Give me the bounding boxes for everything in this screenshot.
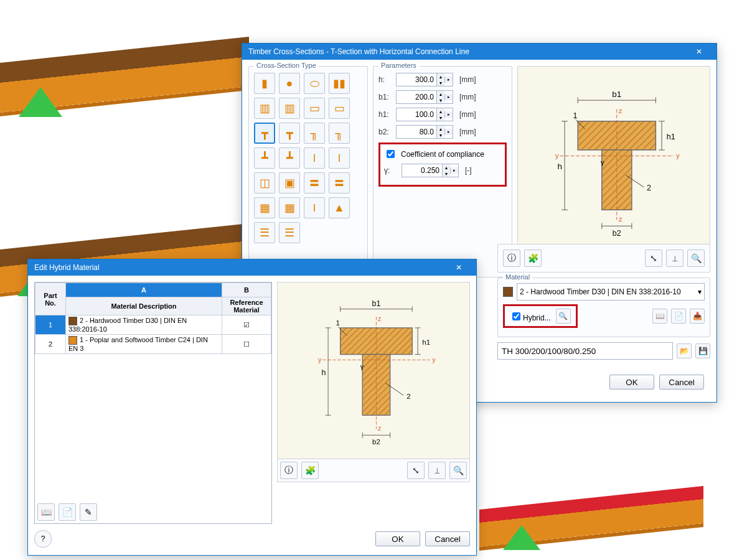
cs-invt-icon[interactable]: ┻ [254, 147, 275, 169]
ok-button[interactable]: OK [609, 375, 654, 390]
cancel-button[interactable]: Cancel [425, 531, 470, 546]
b2-input[interactable]: ▲▼▸ [396, 125, 453, 139]
svg-text:b1: b1 [612, 90, 621, 99]
info-icon[interactable]: ⓘ [503, 250, 520, 267]
table-row[interactable]: 12 - Hardwood Timber D30 | DIN EN 338:20… [35, 315, 271, 335]
cs-u-icon[interactable]: ╖ [304, 123, 325, 144]
table-row[interactable]: 21 - Poplar and Softwood Timber C24 | DI… [35, 335, 271, 354]
cs-trap-icon[interactable]: ▲ [329, 197, 350, 218]
cs-u2-icon[interactable]: ╖ [329, 123, 350, 144]
titlebar[interactable]: Edit Hybrid Material ✕ [28, 259, 476, 276]
svg-text:1: 1 [336, 319, 340, 327]
svg-text:z: z [619, 215, 622, 223]
edit-hybrid-material-dialog: Edit Hybrid Material ✕ Part No. A B Mate… [27, 259, 477, 556]
cs-rect-icon[interactable]: ▮ [254, 73, 275, 94]
cs-circle-icon[interactable]: ● [279, 73, 300, 94]
details-icon[interactable]: 🧩 [301, 462, 319, 479]
cs-ellipse-icon[interactable]: ⬭ [304, 73, 325, 94]
cs-grid2-icon[interactable]: ▦ [279, 197, 300, 218]
cs-grid-icon[interactable]: ▦ [254, 197, 275, 218]
col-b[interactable]: B [222, 283, 271, 297]
cs-i3-icon[interactable]: Ｉ [304, 197, 325, 218]
gamma-input[interactable]: ▲▼▸ [402, 164, 459, 177]
pick-icon[interactable]: 📂 [677, 343, 692, 358]
cs-wide-icon[interactable]: ▭ [304, 98, 325, 119]
cs-i-icon[interactable]: Ｉ [304, 147, 325, 169]
cs-invt2-icon[interactable]: ┻ [279, 147, 300, 169]
svg-text:h: h [558, 162, 563, 171]
svg-text:y: y [555, 152, 559, 159]
svg-text:b2: b2 [613, 229, 621, 238]
library-icon[interactable]: 📖 [37, 503, 55, 521]
svg-text:γ: γ [601, 159, 604, 166]
cs-lam-icon[interactable]: ☰ [254, 222, 275, 243]
close-icon[interactable]: ✕ [448, 259, 470, 276]
info-icon[interactable]: ⓘ [280, 462, 298, 479]
titlebar[interactable]: Timber Cross-Sections - T-Section with H… [242, 44, 716, 60]
hybrid-checkbox-label[interactable]: Hybrid... [510, 310, 551, 322]
svg-text:1: 1 [573, 111, 578, 120]
params-legend: Parameters [378, 62, 419, 69]
chevron-down-icon: ▾ [698, 287, 702, 296]
dimension-icon[interactable]: ⟂ [666, 250, 684, 267]
svg-text:h: h [321, 368, 326, 377]
cs-h-icon[interactable]: 〓 [304, 172, 325, 194]
svg-text:z: z [619, 107, 622, 114]
hybrid-checkbox[interactable] [512, 312, 520, 320]
close-icon[interactable]: ✕ [688, 44, 710, 60]
h-input[interactable]: ▲▼▸ [396, 73, 453, 86]
cs-h2-icon[interactable]: 〓 [329, 172, 350, 194]
cs-double-rect-icon[interactable]: ▮▮ [329, 73, 350, 94]
svg-text:b1: b1 [372, 299, 381, 308]
svg-text:2: 2 [647, 184, 651, 192]
help-icon[interactable]: ? [34, 530, 52, 548]
material-table: Part No. A B Material Description Refere… [34, 282, 272, 524]
svg-text:z: z [378, 315, 381, 322]
svg-text:z: z [378, 424, 381, 432]
h1-input[interactable]: ▲▼▸ [396, 108, 453, 121]
cs-quad-icon[interactable]: ▥ [279, 98, 300, 119]
axes-icon[interactable]: ⤡ [645, 250, 662, 267]
cs-wide2-icon[interactable]: ▭ [329, 98, 350, 119]
coefficient-checkbox[interactable] [387, 150, 395, 158]
ok-button[interactable]: OK [375, 531, 420, 546]
hybrid-edit-icon[interactable]: 🔍 [556, 309, 571, 324]
cs-lam2-icon[interactable]: ☰ [279, 222, 300, 243]
coefficient-highlight: Coefficient of compliance γ:▲▼▸[-] [378, 142, 507, 187]
svg-text:2: 2 [406, 393, 410, 400]
details-icon[interactable]: 🧩 [524, 250, 542, 267]
new-material-icon[interactable]: 📄 [671, 309, 686, 324]
window-title: Edit Hybrid Material [34, 259, 100, 276]
zoom-icon[interactable]: 🔍 [449, 462, 467, 479]
material-select[interactable]: 2 - Hardwood Timber D30 | DIN EN 338:201… [517, 283, 705, 301]
material-panel: Material 2 - Hardwood Timber D30 | DIN E… [497, 278, 710, 337]
coefficient-label: Coefficient of compliance [401, 150, 484, 159]
b1-input[interactable]: ▲▼▸ [396, 90, 453, 104]
material-legend: Material [503, 273, 532, 281]
save-icon[interactable]: 💾 [695, 343, 710, 358]
cs-t-section-icon[interactable]: ┳ [254, 123, 275, 144]
hdr-material-description: Material Description [66, 297, 222, 315]
cross-section-type-panel: Cross-Section Type ▮ ● ⬭ ▮▮ ▥ ▥ ▭ ▭ ┳ ┳ … [248, 66, 368, 278]
gamma-label: γ: [384, 166, 398, 175]
dimension-icon[interactable]: ⟂ [428, 462, 446, 479]
axes-icon[interactable]: ⤡ [407, 462, 425, 479]
section-name-input[interactable] [497, 342, 673, 360]
import-icon[interactable]: 📥 [690, 309, 705, 324]
cs-i2-icon[interactable]: Ｉ [329, 147, 350, 169]
h1-label: h1: [378, 110, 392, 119]
edit-icon[interactable]: ✎ [80, 503, 97, 521]
new-icon[interactable]: 📄 [59, 503, 76, 521]
cs-box2-icon[interactable]: ▣ [279, 172, 300, 194]
svg-text:y: y [318, 356, 322, 363]
library-icon[interactable]: 📖 [652, 309, 667, 324]
h-label: h: [378, 75, 392, 84]
cs-t2-icon[interactable]: ┳ [279, 123, 300, 144]
cancel-button[interactable]: Cancel [659, 375, 704, 390]
hybrid-highlight: Hybrid... 🔍 [503, 304, 578, 328]
section-preview: b1 1 h1 2 yy γ zz h b2 ⓘ 🧩 ⤡ ⟂ [277, 282, 470, 482]
cs-box-icon[interactable]: ◫ [254, 172, 275, 194]
zoom-icon[interactable]: 🔍 [687, 250, 705, 267]
cs-triple-icon[interactable]: ▥ [254, 98, 275, 119]
col-a[interactable]: A [66, 283, 222, 297]
